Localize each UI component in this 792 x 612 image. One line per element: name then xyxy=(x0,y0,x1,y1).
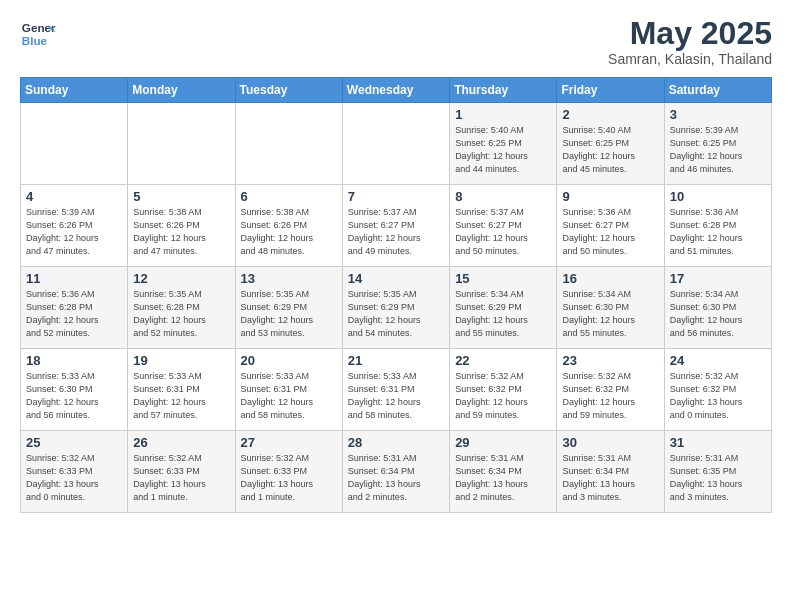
location-subtitle: Samran, Kalasin, Thailand xyxy=(608,51,772,67)
day-number: 16 xyxy=(562,271,658,286)
day-number: 9 xyxy=(562,189,658,204)
day-info: Sunrise: 5:34 AM Sunset: 6:30 PM Dayligh… xyxy=(670,288,766,340)
day-cell: 28Sunrise: 5:31 AM Sunset: 6:34 PM Dayli… xyxy=(342,431,449,513)
day-cell xyxy=(342,103,449,185)
day-cell: 12Sunrise: 5:35 AM Sunset: 6:28 PM Dayli… xyxy=(128,267,235,349)
day-info: Sunrise: 5:36 AM Sunset: 6:28 PM Dayligh… xyxy=(670,206,766,258)
day-cell: 18Sunrise: 5:33 AM Sunset: 6:30 PM Dayli… xyxy=(21,349,128,431)
day-cell: 22Sunrise: 5:32 AM Sunset: 6:32 PM Dayli… xyxy=(450,349,557,431)
day-cell: 2Sunrise: 5:40 AM Sunset: 6:25 PM Daylig… xyxy=(557,103,664,185)
day-cell: 25Sunrise: 5:32 AM Sunset: 6:33 PM Dayli… xyxy=(21,431,128,513)
day-cell: 15Sunrise: 5:34 AM Sunset: 6:29 PM Dayli… xyxy=(450,267,557,349)
day-number: 15 xyxy=(455,271,551,286)
day-number: 21 xyxy=(348,353,444,368)
week-row-2: 4Sunrise: 5:39 AM Sunset: 6:26 PM Daylig… xyxy=(21,185,772,267)
day-number: 22 xyxy=(455,353,551,368)
logo: General Blue xyxy=(20,16,56,52)
day-cell: 1Sunrise: 5:40 AM Sunset: 6:25 PM Daylig… xyxy=(450,103,557,185)
day-info: Sunrise: 5:36 AM Sunset: 6:28 PM Dayligh… xyxy=(26,288,122,340)
weekday-header-saturday: Saturday xyxy=(664,78,771,103)
day-number: 3 xyxy=(670,107,766,122)
header: General Blue May 2025 Samran, Kalasin, T… xyxy=(20,16,772,67)
logo-icon: General Blue xyxy=(20,16,56,52)
day-number: 1 xyxy=(455,107,551,122)
day-number: 27 xyxy=(241,435,337,450)
day-cell: 24Sunrise: 5:32 AM Sunset: 6:32 PM Dayli… xyxy=(664,349,771,431)
day-info: Sunrise: 5:40 AM Sunset: 6:25 PM Dayligh… xyxy=(455,124,551,176)
title-block: May 2025 Samran, Kalasin, Thailand xyxy=(608,16,772,67)
day-number: 23 xyxy=(562,353,658,368)
day-info: Sunrise: 5:40 AM Sunset: 6:25 PM Dayligh… xyxy=(562,124,658,176)
day-number: 5 xyxy=(133,189,229,204)
day-info: Sunrise: 5:33 AM Sunset: 6:31 PM Dayligh… xyxy=(241,370,337,422)
day-info: Sunrise: 5:35 AM Sunset: 6:29 PM Dayligh… xyxy=(241,288,337,340)
day-cell: 31Sunrise: 5:31 AM Sunset: 6:35 PM Dayli… xyxy=(664,431,771,513)
day-cell xyxy=(21,103,128,185)
calendar-table: SundayMondayTuesdayWednesdayThursdayFrid… xyxy=(20,77,772,513)
day-info: Sunrise: 5:32 AM Sunset: 6:32 PM Dayligh… xyxy=(455,370,551,422)
day-cell: 21Sunrise: 5:33 AM Sunset: 6:31 PM Dayli… xyxy=(342,349,449,431)
day-info: Sunrise: 5:31 AM Sunset: 6:35 PM Dayligh… xyxy=(670,452,766,504)
day-cell: 26Sunrise: 5:32 AM Sunset: 6:33 PM Dayli… xyxy=(128,431,235,513)
day-info: Sunrise: 5:37 AM Sunset: 6:27 PM Dayligh… xyxy=(455,206,551,258)
day-number: 28 xyxy=(348,435,444,450)
weekday-header-thursday: Thursday xyxy=(450,78,557,103)
day-number: 25 xyxy=(26,435,122,450)
day-cell: 16Sunrise: 5:34 AM Sunset: 6:30 PM Dayli… xyxy=(557,267,664,349)
day-number: 24 xyxy=(670,353,766,368)
day-number: 7 xyxy=(348,189,444,204)
day-cell: 30Sunrise: 5:31 AM Sunset: 6:34 PM Dayli… xyxy=(557,431,664,513)
day-cell: 20Sunrise: 5:33 AM Sunset: 6:31 PM Dayli… xyxy=(235,349,342,431)
day-info: Sunrise: 5:35 AM Sunset: 6:28 PM Dayligh… xyxy=(133,288,229,340)
day-cell xyxy=(235,103,342,185)
day-info: Sunrise: 5:34 AM Sunset: 6:30 PM Dayligh… xyxy=(562,288,658,340)
day-info: Sunrise: 5:33 AM Sunset: 6:30 PM Dayligh… xyxy=(26,370,122,422)
day-cell: 4Sunrise: 5:39 AM Sunset: 6:26 PM Daylig… xyxy=(21,185,128,267)
svg-text:Blue: Blue xyxy=(22,34,48,47)
day-cell xyxy=(128,103,235,185)
day-number: 13 xyxy=(241,271,337,286)
main-container: General Blue May 2025 Samran, Kalasin, T… xyxy=(0,0,792,523)
week-row-5: 25Sunrise: 5:32 AM Sunset: 6:33 PM Dayli… xyxy=(21,431,772,513)
day-info: Sunrise: 5:32 AM Sunset: 6:32 PM Dayligh… xyxy=(562,370,658,422)
month-title: May 2025 xyxy=(608,16,772,51)
day-number: 2 xyxy=(562,107,658,122)
day-info: Sunrise: 5:38 AM Sunset: 6:26 PM Dayligh… xyxy=(133,206,229,258)
week-row-3: 11Sunrise: 5:36 AM Sunset: 6:28 PM Dayli… xyxy=(21,267,772,349)
day-info: Sunrise: 5:36 AM Sunset: 6:27 PM Dayligh… xyxy=(562,206,658,258)
day-number: 17 xyxy=(670,271,766,286)
weekday-header-friday: Friday xyxy=(557,78,664,103)
day-info: Sunrise: 5:37 AM Sunset: 6:27 PM Dayligh… xyxy=(348,206,444,258)
day-number: 10 xyxy=(670,189,766,204)
day-number: 31 xyxy=(670,435,766,450)
day-cell: 14Sunrise: 5:35 AM Sunset: 6:29 PM Dayli… xyxy=(342,267,449,349)
day-info: Sunrise: 5:32 AM Sunset: 6:33 PM Dayligh… xyxy=(133,452,229,504)
day-info: Sunrise: 5:31 AM Sunset: 6:34 PM Dayligh… xyxy=(455,452,551,504)
day-number: 14 xyxy=(348,271,444,286)
day-number: 6 xyxy=(241,189,337,204)
day-number: 29 xyxy=(455,435,551,450)
day-info: Sunrise: 5:33 AM Sunset: 6:31 PM Dayligh… xyxy=(348,370,444,422)
day-number: 8 xyxy=(455,189,551,204)
day-cell: 27Sunrise: 5:32 AM Sunset: 6:33 PM Dayli… xyxy=(235,431,342,513)
day-cell: 13Sunrise: 5:35 AM Sunset: 6:29 PM Dayli… xyxy=(235,267,342,349)
day-number: 30 xyxy=(562,435,658,450)
day-info: Sunrise: 5:31 AM Sunset: 6:34 PM Dayligh… xyxy=(348,452,444,504)
weekday-header-row: SundayMondayTuesdayWednesdayThursdayFrid… xyxy=(21,78,772,103)
day-number: 26 xyxy=(133,435,229,450)
day-number: 12 xyxy=(133,271,229,286)
day-info: Sunrise: 5:39 AM Sunset: 6:26 PM Dayligh… xyxy=(26,206,122,258)
weekday-header-wednesday: Wednesday xyxy=(342,78,449,103)
day-cell: 29Sunrise: 5:31 AM Sunset: 6:34 PM Dayli… xyxy=(450,431,557,513)
day-cell: 5Sunrise: 5:38 AM Sunset: 6:26 PM Daylig… xyxy=(128,185,235,267)
day-info: Sunrise: 5:32 AM Sunset: 6:32 PM Dayligh… xyxy=(670,370,766,422)
day-info: Sunrise: 5:32 AM Sunset: 6:33 PM Dayligh… xyxy=(241,452,337,504)
day-cell: 9Sunrise: 5:36 AM Sunset: 6:27 PM Daylig… xyxy=(557,185,664,267)
day-cell: 7Sunrise: 5:37 AM Sunset: 6:27 PM Daylig… xyxy=(342,185,449,267)
day-info: Sunrise: 5:33 AM Sunset: 6:31 PM Dayligh… xyxy=(133,370,229,422)
day-number: 19 xyxy=(133,353,229,368)
day-info: Sunrise: 5:38 AM Sunset: 6:26 PM Dayligh… xyxy=(241,206,337,258)
day-cell: 8Sunrise: 5:37 AM Sunset: 6:27 PM Daylig… xyxy=(450,185,557,267)
day-cell: 23Sunrise: 5:32 AM Sunset: 6:32 PM Dayli… xyxy=(557,349,664,431)
weekday-header-sunday: Sunday xyxy=(21,78,128,103)
